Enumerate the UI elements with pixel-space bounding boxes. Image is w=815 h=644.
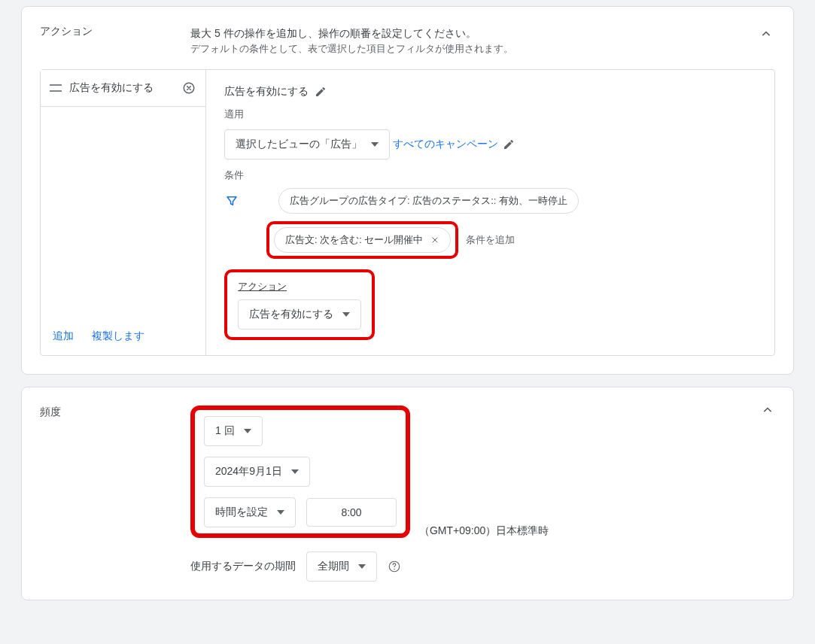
close-circle-icon (182, 81, 196, 95)
add-condition-link[interactable]: 条件を追加 (466, 233, 515, 247)
caret-down-icon (371, 142, 379, 147)
duplicate-action-link[interactable]: 複製します (92, 330, 144, 343)
time-value: 8:00 (341, 506, 361, 518)
action-card-header: アクション 最大 5 件の操作を追加し、操作の順番を設定してください。 デフォル… (40, 25, 775, 57)
date-row: 2024年9月1日 (204, 457, 397, 487)
conditions-label: 条件 (224, 169, 756, 182)
close-icon (430, 235, 439, 245)
caret-down-icon (342, 312, 350, 317)
pencil-icon (315, 86, 327, 98)
frequency-card: 頻度 1 回 2024年9月1日 時間を設定 (21, 387, 794, 600)
highlight-action: アクション 広告を有効にする (224, 269, 375, 340)
add-action-link[interactable]: 追加 (53, 330, 74, 343)
chevron-up-icon (760, 402, 775, 418)
frequency-body: 頻度 1 回 2024年9月1日 時間を設定 (40, 406, 775, 582)
count-dropdown[interactable]: 1 回 (204, 416, 263, 446)
data-period-value: 全期間 (318, 560, 349, 573)
action-main: 広告を有効にする 適用 選択したビューの「広告」 すべてのキャンペーン 条件 (206, 70, 774, 355)
chip2-text: 広告文: 次を含む: セール開催中 (285, 233, 423, 247)
caret-down-icon (244, 429, 251, 433)
action-section-title: アクション (40, 25, 175, 38)
all-campaigns-link[interactable]: すべてのキャンペーン (393, 138, 515, 151)
count-row: 1 回 (204, 416, 397, 446)
caret-down-icon (291, 469, 299, 474)
chip1-text: 広告グループの広告タイプ: 広告のステータス:: 有効、一時停止 (290, 194, 567, 208)
highlight-frequency: 1 回 2024年9月1日 時間を設定 8:0 (190, 406, 410, 538)
data-period-row: 使用するデータの期間 全期間 (190, 551, 775, 582)
frequency-main: 1 回 2024年9月1日 時間を設定 8:0 (190, 406, 775, 582)
remove-chip2-button[interactable] (430, 235, 439, 245)
action-card: アクション 最大 5 件の操作を追加し、操作の順番を設定してください。 デフォル… (21, 6, 794, 375)
desc-line1: 最大 5 件の操作を追加し、操作の順番を設定してください。 (190, 27, 476, 39)
apply-view-dropdown[interactable]: 選択したビューの「広告」 (224, 129, 390, 159)
action-dropdown[interactable]: 広告を有効にする (238, 299, 361, 330)
timezone-label: （GMT+09:00）日本標準時 (419, 524, 549, 536)
date-dropdown[interactable]: 2024年9月1日 (204, 457, 310, 487)
apply-view-dropdown-value: 選択したビューの「広告」 (236, 138, 362, 151)
time-row: 時間を設定 8:00 (204, 497, 397, 527)
collapse-action-button[interactable] (757, 25, 775, 43)
all-campaigns-text: すべてのキャンペーン (393, 138, 498, 151)
action-section-desc: 最大 5 件の操作を追加し、操作の順番を設定してください。 デフォルトの条件とし… (190, 25, 775, 57)
action-dropdown-value: 広告を有効にする (249, 308, 333, 321)
action-block: アクション 広告を有効にする (224, 269, 756, 340)
date-value: 2024年9月1日 (215, 465, 282, 478)
time-set-dropdown[interactable]: 時間を設定 (204, 497, 296, 527)
highlight-chip2: 広告文: 次を含む: セール開催中 (266, 221, 458, 259)
frequency-title: 頻度 (40, 406, 190, 419)
edit-title-button[interactable] (315, 86, 327, 98)
sidebar-item-enable-ads[interactable]: 広告を有効にする (41, 70, 205, 107)
action-label: アクション (238, 280, 361, 293)
time-input[interactable]: 8:00 (306, 498, 397, 527)
caret-down-icon (277, 510, 284, 515)
condition-chip-ad-text[interactable]: 広告文: 次を含む: セール開催中 (274, 227, 451, 253)
collapse-frequency-button[interactable] (760, 402, 775, 420)
help-button[interactable] (388, 560, 401, 573)
caret-down-icon (358, 564, 366, 569)
help-icon (388, 560, 401, 573)
action-inner-box: 広告を有効にする 追加 複製します 広告を有効にする 適用 選択したビューの「広… (40, 69, 775, 356)
chevron-up-icon (759, 26, 774, 41)
main-title-row: 広告を有効にする (224, 85, 756, 99)
drag-handle-icon[interactable] (50, 84, 62, 93)
count-value: 1 回 (215, 424, 235, 438)
remove-action-button[interactable] (181, 80, 196, 96)
condition-chip-ad-type[interactable]: 広告グループの広告タイプ: 広告のステータス:: 有効、一時停止 (278, 188, 579, 214)
filter-row-2: 広告文: 次を含む: セール開催中 条件を追加 (224, 221, 756, 259)
sidebar-footer: 追加 複製します (41, 317, 205, 355)
apply-label: 適用 (224, 108, 756, 121)
main-title: 広告を有効にする (224, 85, 309, 99)
sidebar-item-label: 広告を有効にする (69, 81, 174, 95)
filter-icon (224, 193, 239, 208)
desc-line2: デフォルトの条件として、表で選択した項目とフィルタが使用されます。 (190, 41, 775, 57)
pencil-icon (503, 138, 515, 150)
data-period-dropdown[interactable]: 全期間 (306, 551, 377, 582)
edit-campaigns-button[interactable] (503, 138, 515, 150)
time-set-value: 時間を設定 (215, 506, 268, 519)
filter-row-1: 広告グループの広告タイプ: 広告のステータス:: 有効、一時停止 (224, 188, 756, 214)
svg-point-4 (394, 569, 395, 570)
data-period-label: 使用するデータの期間 (190, 560, 296, 573)
action-sidebar: 広告を有効にする 追加 複製します (41, 70, 206, 355)
